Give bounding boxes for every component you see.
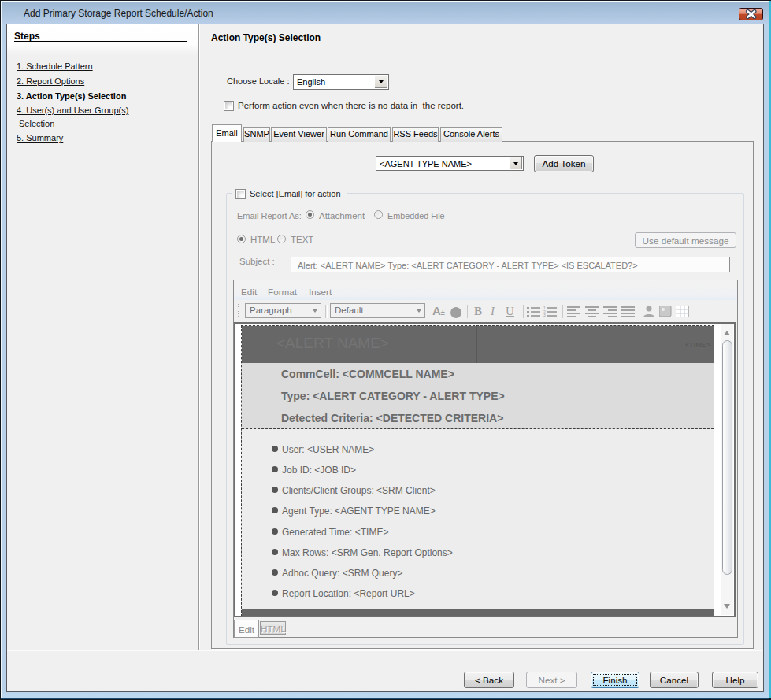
svg-text:3: 3 [543,313,546,317]
